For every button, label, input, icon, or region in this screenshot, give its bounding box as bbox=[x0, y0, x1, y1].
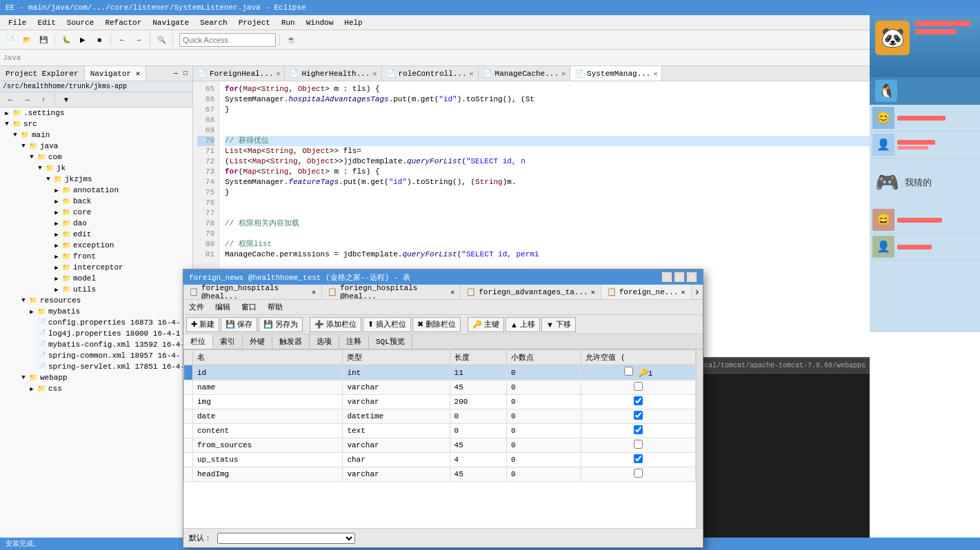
dialog-tab-scroll[interactable]: › bbox=[692, 287, 703, 298]
tree-exception[interactable]: ▶ 📁 exception bbox=[0, 240, 192, 251]
tree-main[interactable]: ▼ 📁 main bbox=[0, 130, 192, 141]
cell-nullable[interactable] bbox=[581, 424, 696, 438]
tree-utils[interactable]: ▶ 📁 utils bbox=[0, 284, 192, 295]
tab-foriegn-heal[interactable]: 📄 ForeignHeal... ✕ bbox=[193, 66, 285, 81]
dialog-menu-help[interactable]: 帮助 bbox=[262, 302, 288, 312]
col-type-header[interactable]: 类型 bbox=[343, 350, 450, 365]
toolbar-debug[interactable]: 🐛 bbox=[59, 32, 74, 48]
tree-back[interactable]: ▶ 📁 back bbox=[0, 196, 192, 207]
cell-length[interactable]: 200 bbox=[450, 395, 507, 409]
table-row[interactable]: up_status char 4 0 bbox=[184, 453, 696, 467]
table-row[interactable]: date datetime 0 0 bbox=[184, 409, 696, 424]
inner-tab-columns[interactable]: 栏位 bbox=[183, 334, 213, 349]
table-row[interactable]: from_sources varchar 45 0 bbox=[184, 438, 696, 453]
cell-decimal[interactable]: 0 bbox=[507, 438, 581, 453]
nav-forward[interactable]: → bbox=[19, 92, 34, 108]
btn-delete-col[interactable]: ✖ 删除栏位 bbox=[412, 317, 461, 332]
cell-nullable[interactable] bbox=[581, 409, 696, 424]
tree-settings[interactable]: ▶ 📁 .settings bbox=[0, 108, 192, 119]
cell-type[interactable]: varchar bbox=[343, 467, 450, 482]
cell-name[interactable]: id bbox=[193, 365, 343, 380]
nav-back[interactable]: ← bbox=[3, 92, 18, 108]
cell-nullable[interactable] bbox=[581, 438, 696, 453]
cell-length[interactable]: 45 bbox=[450, 467, 507, 482]
toolbar-search[interactable]: 🔍 bbox=[154, 32, 169, 48]
cell-nullable[interactable] bbox=[581, 453, 696, 467]
maximize-btn[interactable]: □ bbox=[181, 69, 190, 78]
dialog-close[interactable]: ✕ bbox=[686, 272, 697, 283]
btn-insert-col[interactable]: ⬆ 插入栏位 bbox=[363, 317, 411, 332]
toolbar-run[interactable]: ▶ bbox=[75, 32, 90, 48]
menu-navigate[interactable]: Navigate bbox=[147, 17, 194, 28]
menu-search[interactable]: Search bbox=[194, 17, 233, 28]
dialog-menu-window[interactable]: 窗口 bbox=[236, 302, 262, 312]
btn-save[interactable]: 💾 保存 bbox=[221, 317, 257, 332]
cell-type[interactable]: text bbox=[343, 424, 450, 438]
menu-help[interactable]: Help bbox=[339, 17, 368, 28]
cell-decimal[interactable]: 0 bbox=[507, 467, 581, 482]
tree-dao[interactable]: ▶ 📁 dao bbox=[0, 218, 192, 229]
toolbar-new[interactable]: 📄 bbox=[3, 32, 18, 48]
table-row[interactable]: id int 11 0 🔑1 bbox=[184, 365, 696, 380]
table-row[interactable]: content text 0 0 bbox=[184, 424, 696, 438]
dialog-tab-2[interactable]: 📋 foriegn_hospitals @heal... ✕ bbox=[322, 285, 461, 299]
tree-mybatis-config[interactable]: 📄 mybatis-config.xml 13592 16-4- bbox=[0, 339, 192, 350]
toolbar-perspective[interactable]: ☕ bbox=[283, 32, 299, 48]
tree-src[interactable]: ▼ 📁 src bbox=[0, 119, 192, 130]
table-row[interactable]: img varchar 200 0 bbox=[184, 395, 696, 409]
cell-type[interactable]: char bbox=[343, 453, 450, 467]
inner-tab-index[interactable]: 索引 bbox=[213, 334, 243, 349]
col-nullable-header[interactable]: 允许空值 ( bbox=[581, 350, 696, 365]
menu-refactor[interactable]: Refactor bbox=[99, 17, 147, 28]
col-decimal-header[interactable]: 小数点 bbox=[507, 350, 581, 365]
btn-move-up[interactable]: ▲ 上移 bbox=[506, 317, 540, 332]
cell-name[interactable]: img bbox=[193, 395, 343, 409]
dialog-tab-3[interactable]: 📋 foriegn_advantages_ta... ✕ bbox=[461, 285, 601, 299]
tab-navigator[interactable]: Navigator ✕ bbox=[85, 66, 147, 81]
tree-model[interactable]: ▶ 📁 model bbox=[0, 273, 192, 284]
tree-core[interactable]: ▶ 📁 core bbox=[0, 207, 192, 218]
cell-decimal[interactable]: 0 bbox=[507, 453, 581, 467]
tree-webapp[interactable]: ▼ 📁 webapp bbox=[0, 372, 192, 383]
table-scrollbar[interactable] bbox=[696, 349, 703, 528]
menu-edit[interactable]: Edit bbox=[32, 17, 61, 28]
toolbar-back[interactable]: ← bbox=[114, 32, 130, 48]
cell-length[interactable]: 0 bbox=[450, 424, 507, 438]
contact-2[interactable]: 👤 bbox=[870, 132, 980, 159]
btn-new[interactable]: ✚ 新建 bbox=[186, 317, 219, 332]
tree-mybatis[interactable]: ▶ 📁 mybatis bbox=[0, 306, 192, 317]
cell-length[interactable]: 45 bbox=[450, 380, 507, 395]
cell-name[interactable]: date bbox=[193, 409, 343, 424]
close-tab-2[interactable]: ✕ bbox=[372, 70, 377, 78]
menu-file[interactable]: File bbox=[3, 17, 32, 28]
quick-access-input[interactable] bbox=[179, 33, 276, 47]
btn-save-as[interactable]: 💾 另存为 bbox=[259, 317, 303, 332]
tree-edit[interactable]: ▶ 📁 edit bbox=[0, 229, 192, 240]
cell-type[interactable]: varchar bbox=[343, 380, 450, 395]
menu-project[interactable]: Project bbox=[233, 17, 276, 28]
cell-type[interactable]: varchar bbox=[343, 395, 450, 409]
cell-decimal[interactable]: 0 bbox=[507, 380, 581, 395]
col-name-header[interactable]: 名 bbox=[193, 350, 343, 365]
nav-up[interactable]: ↑ bbox=[36, 92, 51, 108]
cell-nullable[interactable]: 🔑1 bbox=[581, 365, 696, 380]
menu-source[interactable]: Source bbox=[61, 17, 100, 28]
tree-resources[interactable]: ▼ 📁 resources bbox=[0, 295, 192, 306]
tree-java[interactable]: ▼ 📁 java bbox=[0, 141, 192, 152]
toolbar-forward[interactable]: → bbox=[131, 32, 146, 48]
toolbar-stop[interactable]: ■ bbox=[92, 32, 107, 48]
tab-system-manag[interactable]: 📄 SystemManag... ✕ bbox=[570, 66, 662, 81]
tree-log4j-properties[interactable]: 📄 log4j.properties 18000 16-4-1 bbox=[0, 328, 192, 339]
cell-type[interactable]: varchar bbox=[343, 438, 450, 453]
tree-jkzjms[interactable]: ▼ 📁 jkzjms bbox=[0, 174, 192, 185]
toolbar-save[interactable]: 💾 bbox=[36, 32, 51, 48]
cell-name[interactable]: headImg bbox=[193, 467, 343, 482]
tree-config-properties[interactable]: 📄 config.properties 16873 16-4- bbox=[0, 317, 192, 328]
cell-name[interactable]: content bbox=[193, 424, 343, 438]
cell-type[interactable]: int bbox=[343, 365, 450, 380]
tree-css[interactable]: ▶ 📁 css bbox=[0, 383, 192, 394]
close-tab-4[interactable]: ✕ bbox=[561, 70, 566, 78]
close-tab-5[interactable]: ✕ bbox=[653, 70, 657, 78]
contact-3[interactable]: 😄 bbox=[870, 207, 980, 234]
tree-front[interactable]: ▶ 📁 front bbox=[0, 251, 192, 262]
